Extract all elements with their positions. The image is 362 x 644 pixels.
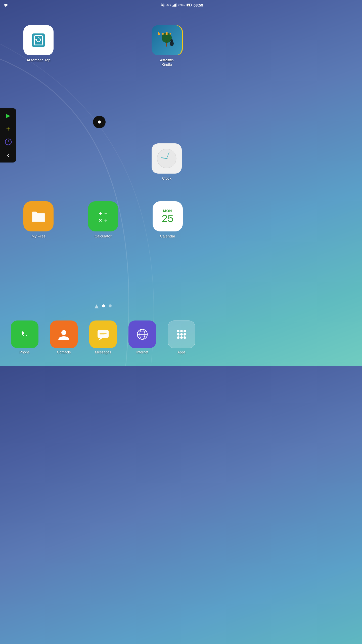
phone-icon bbox=[18, 328, 32, 341]
floating-dot-inner bbox=[98, 120, 101, 124]
status-bar: 4G 63% 08:59 bbox=[0, 0, 206, 10]
calendar-day-label: MON bbox=[163, 209, 172, 213]
calendar-date-num: 25 bbox=[162, 213, 173, 224]
svg-rect-33 bbox=[100, 333, 107, 334]
svg-rect-5 bbox=[176, 4, 177, 7]
svg-point-17 bbox=[170, 39, 173, 42]
page-dot-2[interactable] bbox=[109, 304, 112, 307]
app-calculator[interactable]: + − × ÷ Calculator bbox=[72, 201, 134, 238]
toolbar-add-btn[interactable]: + bbox=[3, 124, 13, 134]
svg-rect-7 bbox=[191, 5, 192, 6]
battery-percent: 63% bbox=[178, 3, 185, 7]
svg-rect-3 bbox=[174, 4, 175, 7]
dock-phone-label: Phone bbox=[20, 350, 30, 354]
app-grid-row2: My Files + − × ÷ Calculator MON 25 Calen… bbox=[0, 201, 206, 238]
empty-slot-1 bbox=[72, 25, 134, 62]
svg-point-43 bbox=[177, 333, 179, 336]
app-myfiles-label: My Files bbox=[31, 234, 46, 238]
svg-point-44 bbox=[180, 333, 183, 336]
svg-point-48 bbox=[184, 336, 186, 339]
dock-internet-label: Internet bbox=[136, 350, 148, 354]
page-home-indicator[interactable] bbox=[95, 304, 99, 308]
dock-phone[interactable]: Phone bbox=[11, 320, 38, 354]
signal-icon bbox=[172, 3, 177, 7]
dock-apps-label: Apps bbox=[177, 350, 186, 354]
app-kindle[interactable]: kindle AmazonKindle bbox=[135, 25, 199, 67]
toolbar-play-btn[interactable]: ▶ bbox=[3, 111, 13, 121]
svg-rect-31 bbox=[98, 330, 109, 338]
dock-apps[interactable]: Apps bbox=[168, 320, 195, 354]
apps-icon bbox=[175, 328, 189, 341]
wifi-icon bbox=[3, 3, 9, 7]
mute-icon bbox=[161, 3, 165, 7]
dock-messages-label: Messages bbox=[95, 350, 111, 354]
svg-point-46 bbox=[177, 336, 179, 339]
svg-rect-13 bbox=[35, 36, 42, 45]
svg-rect-4 bbox=[175, 4, 176, 7]
side-toolbar: ▶ + ‹ bbox=[0, 108, 16, 163]
internet-icon bbox=[135, 327, 150, 342]
dock-contacts[interactable]: Contacts bbox=[50, 320, 78, 354]
clock-icon-svg bbox=[155, 147, 178, 170]
network-type: 4G bbox=[166, 3, 171, 7]
page-dot-1[interactable] bbox=[102, 304, 105, 307]
svg-rect-1 bbox=[172, 6, 173, 7]
status-left bbox=[3, 3, 9, 7]
svg-point-0 bbox=[5, 6, 6, 7]
app-calendar-label: Calendar bbox=[160, 234, 175, 238]
calc-icon: + − × ÷ bbox=[94, 208, 112, 225]
dock-internet[interactable]: Internet bbox=[128, 320, 156, 354]
contacts-icon bbox=[57, 328, 71, 341]
svg-point-41 bbox=[180, 330, 183, 332]
toolbar-clock-btn[interactable] bbox=[3, 137, 13, 147]
svg-text:+: + bbox=[99, 211, 102, 217]
svg-text:×: × bbox=[99, 217, 102, 223]
status-right: 4G 63% 08:59 bbox=[161, 3, 203, 7]
autotap-icon bbox=[30, 31, 47, 49]
app-calculator-label: Calculator bbox=[95, 234, 112, 238]
app-automatic-tap[interactable]: Automatic Tap bbox=[8, 25, 70, 62]
page-indicators bbox=[0, 304, 206, 308]
app-clock-label: Clock bbox=[162, 176, 172, 181]
svg-text:kindle: kindle bbox=[158, 31, 171, 36]
svg-rect-34 bbox=[100, 335, 105, 335]
floating-dot[interactable] bbox=[93, 116, 106, 128]
svg-text:−: − bbox=[104, 211, 108, 217]
dock-contacts-label: Contacts bbox=[57, 350, 71, 354]
app-myfiles[interactable]: My Files bbox=[8, 201, 70, 238]
toolbar-back-btn[interactable]: ‹ bbox=[3, 150, 13, 160]
svg-text:÷: ÷ bbox=[104, 217, 107, 223]
svg-marker-32 bbox=[99, 338, 103, 341]
dock: Phone Contacts Messages bbox=[0, 313, 206, 366]
svg-point-30 bbox=[61, 330, 66, 335]
clock-time: 08:59 bbox=[194, 3, 203, 7]
dock-messages[interactable]: Messages bbox=[89, 320, 117, 354]
svg-point-45 bbox=[184, 333, 186, 336]
app-autotap-label: Automatic Tap bbox=[27, 58, 51, 62]
svg-rect-2 bbox=[173, 5, 174, 7]
svg-rect-8 bbox=[187, 4, 190, 6]
kindle-icon: kindle bbox=[155, 29, 178, 52]
app-kindle-label: AmazonKindle bbox=[160, 58, 174, 67]
messages-icon bbox=[96, 327, 111, 342]
svg-point-42 bbox=[184, 330, 186, 332]
app-calendar[interactable]: MON 25 Calendar bbox=[137, 201, 199, 238]
svg-point-40 bbox=[177, 330, 179, 332]
battery-icon bbox=[187, 4, 192, 7]
toolbar-clock-icon bbox=[5, 138, 12, 146]
app-clock[interactable]: Clock bbox=[135, 143, 199, 181]
myfiles-icon bbox=[30, 208, 47, 225]
svg-point-47 bbox=[180, 336, 183, 339]
